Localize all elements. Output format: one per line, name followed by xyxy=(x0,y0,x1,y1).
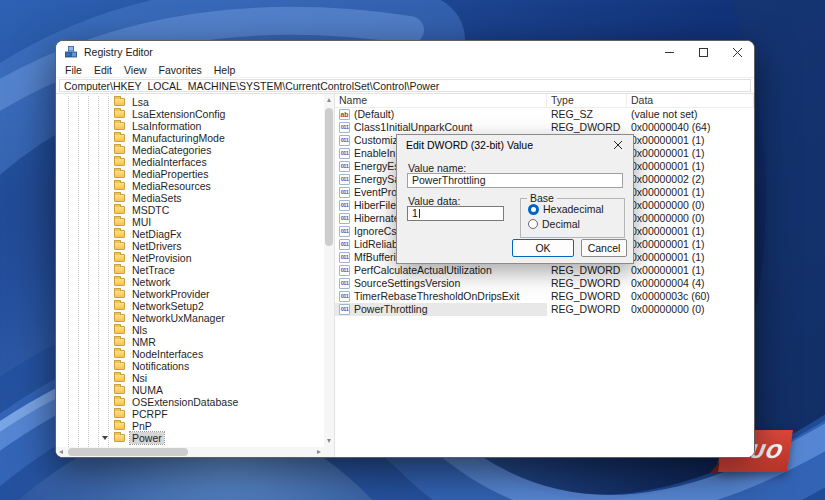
value-name-cell: PerfCalculateActualUtilization xyxy=(335,264,547,277)
tree-vertical-scrollbar[interactable] xyxy=(324,94,334,447)
value-name-field[interactable]: PowerThrottling xyxy=(407,173,623,188)
tree-item-Nsi[interactable]: Nsi xyxy=(56,372,324,384)
folder-icon xyxy=(114,230,125,238)
hexadecimal-radio[interactable]: Hexadecimal xyxy=(528,203,604,215)
tree-item-MediaProperties[interactable]: MediaProperties xyxy=(56,168,324,180)
value-data-field[interactable]: 1 xyxy=(407,206,504,221)
ok-button[interactable]: OK xyxy=(512,239,574,257)
registry-value-row[interactable]: PerfCalculateActualUtilizationREG_DWORD0… xyxy=(335,264,754,277)
decimal-radio[interactable]: Decimal xyxy=(528,218,580,230)
close-button[interactable] xyxy=(720,41,754,63)
scroll-left-icon[interactable] xyxy=(59,450,63,454)
value-data-cell: 0x00000001 (1) xyxy=(627,147,754,160)
folder-icon xyxy=(114,302,125,310)
tree-item-NetworkSetup2[interactable]: NetworkSetup2 xyxy=(56,300,324,312)
tree-item-Nls[interactable]: Nls xyxy=(56,324,324,336)
tree-item-LsaInformation[interactable]: LsaInformation xyxy=(56,120,324,132)
tree-item-NetProvision[interactable]: NetProvision xyxy=(56,252,324,264)
tree-item-Power[interactable]: Power xyxy=(56,432,324,444)
value-name-text: TimerRebaseThresholdOnDripsExit xyxy=(354,290,519,303)
tree-item-Network[interactable]: Network xyxy=(56,276,324,288)
dialog-title[interactable]: Edit DWORD (32-bit) Value xyxy=(397,135,633,154)
column-header-data[interactable]: Data xyxy=(627,94,754,107)
value-data-cell: 0x00000001 (1) xyxy=(627,134,754,147)
tree-item-label: NetworkProvider xyxy=(130,288,212,300)
tree-item-MUI[interactable]: MUI xyxy=(56,216,324,228)
tree-item-LsaExtensionConfig[interactable]: LsaExtensionConfig xyxy=(56,108,324,120)
tree-item-MediaCategories[interactable]: MediaCategories xyxy=(56,144,324,156)
menu-favorites[interactable]: Favorites xyxy=(153,64,208,76)
vertical-scrollbar-thumb[interactable] xyxy=(325,108,333,246)
tree-item-NetworkProvider[interactable]: NetworkProvider xyxy=(56,288,324,300)
tree-item-Notifications[interactable]: Notifications xyxy=(56,360,324,372)
folder-icon xyxy=(114,134,125,142)
tree-item-label: NUMA xyxy=(130,384,165,396)
tree-item-MediaSets[interactable]: MediaSets xyxy=(56,192,324,204)
registry-editor-window: Registry Editor FileEditViewFavoritesHel… xyxy=(55,40,755,458)
dialog-close-button[interactable] xyxy=(604,136,632,153)
column-header-type[interactable]: Type xyxy=(547,94,627,107)
value-name-cell: TimerRebaseThresholdOnDripsExit xyxy=(335,290,547,303)
dword-value-icon xyxy=(339,226,350,237)
tree-item-NetDiagFx[interactable]: NetDiagFx xyxy=(56,228,324,240)
tree-item-MSDTC[interactable]: MSDTC xyxy=(56,204,324,216)
registry-value-row[interactable]: Class1InitialUnparkCountREG_DWORD0x00000… xyxy=(335,121,754,134)
tree-item-ManufacturingMode[interactable]: ManufacturingMode xyxy=(56,132,324,144)
value-data-cell: 0x00000001 (1) xyxy=(627,186,754,199)
menu-help[interactable]: Help xyxy=(208,64,242,76)
tree-item-label: NetworkSetup2 xyxy=(130,300,206,312)
value-data-cell: (value not set) xyxy=(627,108,754,121)
value-data-cell: 0x00000004 (4) xyxy=(627,277,754,290)
tree-item-NetworkUxManager[interactable]: NetworkUxManager xyxy=(56,312,324,324)
minimize-button[interactable] xyxy=(652,41,686,63)
value-data-cell: 0x0000003c (60) xyxy=(627,290,754,303)
folder-icon xyxy=(114,242,125,250)
maximize-button[interactable] xyxy=(686,41,720,63)
address-bar[interactable]: Computer\HKEY_LOCAL_MACHINE\SYSTEM\Curre… xyxy=(59,79,751,92)
registry-value-row[interactable]: PowerThrottlingREG_DWORD0x00000000 (0) xyxy=(335,303,754,316)
horizontal-scrollbar-thumb[interactable] xyxy=(68,448,188,456)
menu-file[interactable]: File xyxy=(59,64,88,76)
tree-item-OSExtensionDatabase[interactable]: OSExtensionDatabase xyxy=(56,396,324,408)
scroll-right-icon[interactable] xyxy=(317,450,321,454)
tree-item-NetTrace[interactable]: NetTrace xyxy=(56,264,324,276)
close-icon xyxy=(614,141,622,149)
dword-value-icon xyxy=(339,265,350,276)
value-data-cell: 0x00000001 (1) xyxy=(627,264,754,277)
tree-item-NetDrivers[interactable]: NetDrivers xyxy=(56,240,324,252)
tree-item-NUMA[interactable]: NUMA xyxy=(56,384,324,396)
tree-item-label: Power xyxy=(130,432,164,444)
column-header-name[interactable]: Name xyxy=(335,94,547,107)
scroll-up-icon[interactable] xyxy=(327,98,331,102)
tree-item-NodeInterfaces[interactable]: NodeInterfaces xyxy=(56,348,324,360)
menu-edit[interactable]: Edit xyxy=(88,64,118,76)
tree-item-MediaResources[interactable]: MediaResources xyxy=(56,180,324,192)
menu-view[interactable]: View xyxy=(118,64,153,76)
value-data-cell: 0x00000000 (0) xyxy=(627,199,754,212)
scrollbar-corner xyxy=(324,447,334,457)
folder-icon xyxy=(114,122,125,130)
tree-item-NMR[interactable]: NMR xyxy=(56,336,324,348)
window-caption-buttons xyxy=(652,41,754,63)
registry-value-row[interactable]: TimerRebaseThresholdOnDripsExitREG_DWORD… xyxy=(335,290,754,303)
scroll-down-icon[interactable] xyxy=(327,439,331,443)
folder-icon xyxy=(114,422,125,430)
folder-icon xyxy=(114,266,125,274)
folder-icon xyxy=(114,362,125,370)
tree-item-PnP[interactable]: PnP xyxy=(56,420,324,432)
value-type-cell: REG_SZ xyxy=(547,108,627,121)
tree-item-Lsa[interactable]: Lsa xyxy=(56,96,324,108)
registry-value-row[interactable]: SourceSettingsVersionREG_DWORD0x00000004… xyxy=(335,277,754,290)
title-bar[interactable]: Registry Editor xyxy=(56,41,754,63)
value-data-cell: 0x00000040 (64) xyxy=(627,121,754,134)
cancel-button[interactable]: Cancel xyxy=(581,239,627,257)
tree-item-label: MediaInterfaces xyxy=(130,156,209,168)
tree-item-PCRPF[interactable]: PCRPF xyxy=(56,408,324,420)
tree-item-MediaInterfaces[interactable]: MediaInterfaces xyxy=(56,156,324,168)
tree-item-label: NetTrace xyxy=(130,264,177,276)
registry-value-row[interactable]: (Default)REG_SZ(value not set) xyxy=(335,108,754,121)
tree-item-label: PCRPF xyxy=(130,408,170,420)
tree-horizontal-scrollbar[interactable] xyxy=(56,447,324,457)
tree-item-label: NodeInterfaces xyxy=(130,348,205,360)
value-data-cell: 0x00000000 (0) xyxy=(627,303,754,316)
